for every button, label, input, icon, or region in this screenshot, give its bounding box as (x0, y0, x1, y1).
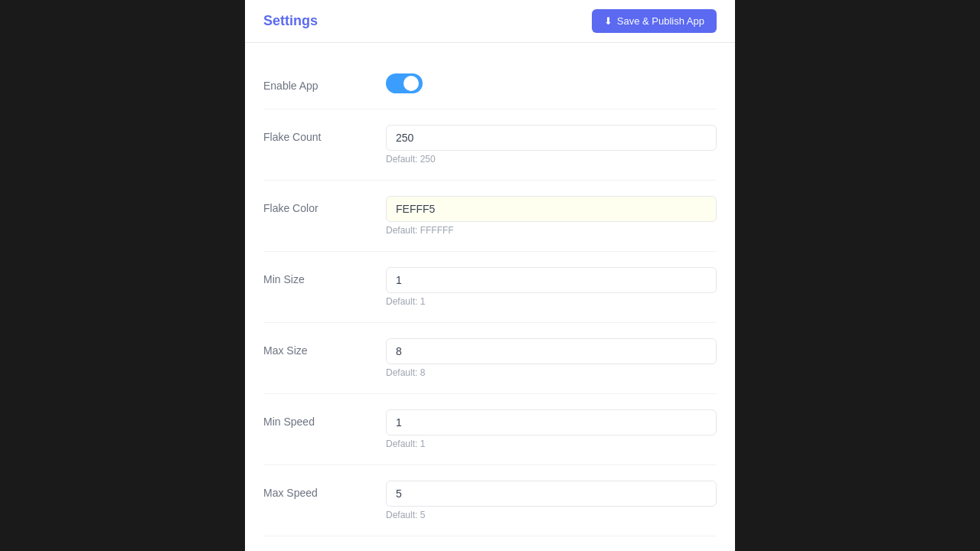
enable-app-label: Enable App (263, 73, 386, 92)
flake-color-hint: Default: FFFFFF (386, 225, 717, 236)
max-speed-hint: Default: 5 (386, 510, 717, 520)
max-size-hint: Default: 8 (386, 367, 717, 378)
min-speed-hint: Default: 1 (386, 439, 717, 449)
min-size-hint: Default: 1 (386, 296, 717, 307)
toggle-wrapper (386, 73, 717, 93)
max-size-input[interactable] (386, 338, 717, 364)
min-speed-label: Min Speed (263, 409, 386, 428)
main-content: Enable App Flake Count Default: 250 (245, 43, 735, 551)
min-size-input[interactable] (386, 267, 717, 293)
min-size-control: Default: 1 (386, 267, 717, 307)
toggle-slider (386, 73, 423, 93)
max-size-control: Default: 8 (386, 338, 717, 378)
min-speed-input[interactable] (386, 409, 717, 435)
save-publish-button-top[interactable]: ⬇ Save & Publish App (592, 9, 717, 33)
enable-app-control (386, 73, 717, 93)
flake-color-row: Flake Color Default: FFFFFF (263, 181, 717, 252)
page-wrapper: Settings ⬇ Save & Publish App Enable App (245, 0, 735, 551)
flake-count-label: Flake Count (263, 125, 386, 143)
download-icon-top: ⬇ (604, 15, 612, 27)
flake-count-input[interactable] (386, 125, 717, 151)
enable-app-row: Enable App (263, 58, 717, 109)
flake-count-control: Default: 250 (386, 125, 717, 165)
flake-count-row: Flake Count Default: 250 (263, 109, 717, 181)
max-size-label: Max Size (263, 338, 386, 357)
flake-color-input[interactable] (386, 196, 717, 222)
max-speed-label: Max Speed (263, 481, 386, 499)
max-speed-control: Default: 5 (386, 481, 717, 520)
min-size-row: Min Size Default: 1 (263, 252, 717, 323)
shadow-row: Shadow Enabled (263, 536, 717, 551)
min-speed-row: Min Speed Default: 1 (263, 394, 717, 465)
max-size-row: Max Size Default: 8 (263, 323, 717, 394)
outer-container: Settings ⬇ Save & Publish App Enable App (245, 0, 735, 551)
enable-app-toggle[interactable] (386, 73, 423, 93)
max-speed-row: Max Speed Default: 5 (263, 465, 717, 536)
flake-count-hint: Default: 250 (386, 154, 717, 165)
page-title: Settings (263, 13, 318, 29)
header: Settings ⬇ Save & Publish App (245, 0, 735, 43)
flake-color-label: Flake Color (263, 196, 386, 214)
flake-color-control: Default: FFFFFF (386, 196, 717, 236)
min-size-label: Min Size (263, 267, 386, 285)
min-speed-control: Default: 1 (386, 409, 717, 449)
max-speed-input[interactable] (386, 481, 717, 507)
